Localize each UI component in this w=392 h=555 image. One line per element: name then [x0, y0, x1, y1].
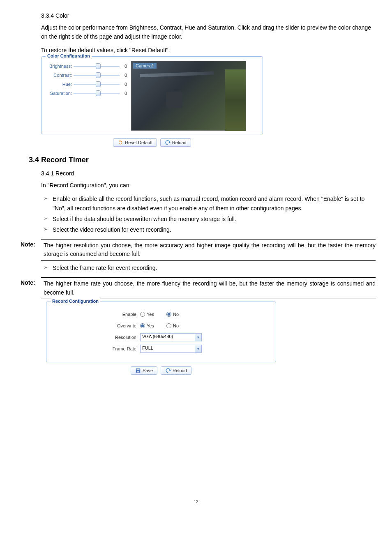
hue-value: 0 — [120, 82, 127, 87]
framerate-select[interactable]: FULL — [140, 345, 202, 353]
overwrite-label: Overwrite: — [107, 323, 140, 328]
figure-color-config: Color Configuration Brightness: 0 Contra… — [41, 56, 263, 148]
note-text: The higher resolution you choose, the mo… — [44, 241, 376, 259]
heading-341: 3.4.1 Record — [41, 170, 376, 177]
enable-yes-radio[interactable] — [140, 312, 145, 317]
color-sliders-panel: Brightness: 0 Contrast: 0 Hue: 0 — [45, 61, 127, 131]
chevron-down-icon[interactable]: ▾ — [195, 334, 201, 341]
saturation-label: Saturation: — [45, 91, 74, 96]
resolution-label: Resolution: — [107, 335, 140, 340]
overwrite-no-radio[interactable] — [166, 323, 171, 328]
note-resolution: Note: The higher resolution you choose, … — [41, 239, 376, 261]
para-341-intro: In "Record Configuration", you can: — [41, 181, 376, 190]
saturation-slider[interactable] — [74, 91, 120, 95]
para-334-1: Adjust the color performance from Bright… — [41, 23, 376, 41]
overwrite-no-label: No — [173, 323, 179, 328]
hue-slider[interactable] — [74, 82, 120, 86]
overwrite-yes-radio[interactable] — [140, 323, 145, 328]
reset-default-button[interactable]: Reset Default — [113, 138, 157, 147]
enable-no-label: No — [173, 312, 179, 317]
color-preview: Camera1 — [131, 61, 246, 131]
reload-label: Reload — [173, 368, 187, 373]
saturation-value: 0 — [120, 91, 127, 96]
brightness-slider[interactable] — [74, 64, 120, 68]
note-text: The higher frame rate you choose, the mo… — [44, 279, 376, 297]
overwrite-yes-label: Yes — [147, 323, 154, 328]
enable-no-radio[interactable] — [166, 312, 171, 317]
bullet-resolution: Select the video resolution for event re… — [44, 225, 376, 235]
brightness-value: 0 — [120, 64, 127, 69]
framerate-label: Frame Rate: — [107, 346, 140, 351]
reset-default-label: Reset Default — [125, 140, 152, 145]
undo-icon — [118, 140, 123, 145]
enable-label: Enable: — [107, 312, 140, 317]
disk-icon — [135, 368, 141, 373]
heading-34: 3.4 Record Timer — [29, 156, 376, 164]
enable-yes-label: Yes — [147, 312, 154, 317]
reload-label: Reload — [172, 140, 187, 145]
reload-button[interactable]: Reload — [160, 138, 191, 147]
contrast-slider[interactable] — [74, 73, 120, 77]
heading-334: 3.3.4 Color — [41, 12, 376, 19]
resolution-select[interactable]: VGA (640x480) — [140, 333, 202, 341]
contrast-value: 0 — [120, 73, 127, 78]
bullet-overwrite: Select if the data should be overwritten… — [44, 214, 376, 224]
refresh-icon — [165, 140, 171, 145]
contrast-label: Contrast: — [45, 73, 74, 78]
svg-rect-2 — [137, 371, 139, 373]
brightness-label: Brightness: — [45, 64, 74, 69]
camera-label: Camera1 — [133, 63, 157, 69]
record-config-legend: Record Configuration — [51, 299, 100, 304]
save-label: Save — [143, 368, 153, 373]
svg-rect-1 — [137, 369, 140, 371]
save-button[interactable]: Save — [131, 366, 157, 375]
page-number: 12 — [0, 500, 392, 504]
note-framerate: Note: The higher frame rate you choose, … — [41, 277, 376, 299]
note-label: Note: — [21, 279, 44, 297]
note-label: Note: — [21, 241, 44, 259]
color-config-legend: Color Configuration — [46, 53, 92, 58]
reload-button[interactable]: Reload — [161, 366, 191, 375]
refresh-icon — [165, 368, 171, 373]
bullet-enable: Enable or disable all the record functio… — [44, 194, 376, 214]
figure-record-config: Record Configuration Enable: Yes No Over… — [46, 302, 276, 376]
chevron-down-icon[interactable]: ▾ — [195, 345, 201, 352]
hue-label: Hue: — [45, 82, 74, 87]
bullet-framerate: Select the frame rate for event recordin… — [44, 263, 376, 273]
